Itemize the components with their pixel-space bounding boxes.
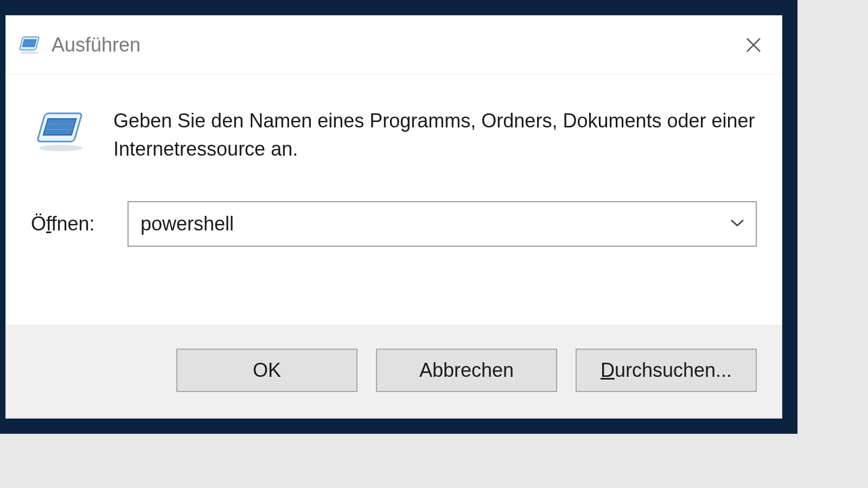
dialog-content: Geben Sie den Namen eines Programms, Ord… bbox=[6, 74, 782, 325]
titlebar: Ausführen bbox=[6, 16, 782, 74]
command-input[interactable] bbox=[127, 201, 757, 247]
browse-button[interactable]: Durchsuchen... bbox=[576, 349, 757, 392]
svg-point-2 bbox=[20, 51, 40, 54]
close-button[interactable] bbox=[737, 29, 770, 61]
titlebar-left: Ausführen bbox=[18, 34, 141, 56]
run-dialog-icon bbox=[18, 35, 42, 55]
svg-point-9 bbox=[39, 145, 82, 151]
close-icon bbox=[744, 35, 763, 55]
command-combobox[interactable] bbox=[127, 201, 757, 247]
desktop-frame: Ausführen bbox=[0, 0, 797, 434]
open-label: Öffnen: bbox=[31, 213, 112, 235]
dialog-title: Ausführen bbox=[52, 34, 141, 56]
run-dialog: Ausführen bbox=[5, 15, 782, 419]
description-text: Geben Sie den Namen eines Programms, Ord… bbox=[113, 107, 757, 163]
svg-rect-6 bbox=[43, 119, 76, 135]
ok-button[interactable]: OK bbox=[176, 349, 358, 392]
run-program-icon bbox=[31, 110, 91, 153]
cancel-button[interactable]: Abbrechen bbox=[376, 349, 557, 392]
dialog-footer: OK Abbrechen Durchsuchen... bbox=[6, 325, 782, 418]
input-row: Öffnen: bbox=[31, 201, 757, 247]
description-row: Geben Sie den Namen eines Programms, Ord… bbox=[31, 107, 757, 163]
svg-rect-1 bbox=[23, 40, 36, 47]
